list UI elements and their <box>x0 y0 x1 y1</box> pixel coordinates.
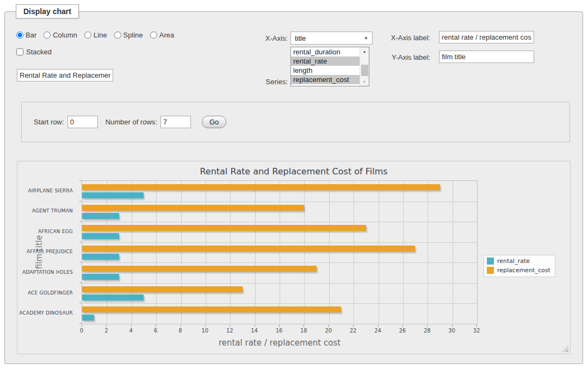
plot-area <box>82 180 478 324</box>
legend-label: rental_rate <box>497 258 530 265</box>
category-label: ACE GOLDFINGER <box>17 283 73 303</box>
chart-category-labels: AIRPLANE SIERRAAGENT TRUMANAFRICAN EGGAF… <box>17 180 77 324</box>
gridline-vertical <box>329 181 330 324</box>
x-tick-mark <box>205 325 206 327</box>
stacked-checkbox[interactable] <box>16 48 23 55</box>
chart-type-option-line[interactable]: Line <box>84 31 107 39</box>
x-tick-mark <box>230 325 230 327</box>
x-tick-label: 28 <box>416 328 438 334</box>
x-tick-label: 2 <box>95 328 117 334</box>
chart-title: Rental Rate and Replacement Cost of Film… <box>17 166 570 177</box>
chart-type-option-spline[interactable]: Spline <box>114 31 143 39</box>
stacked-option[interactable]: Stacked <box>16 48 52 56</box>
bar-rental_rate <box>82 213 119 219</box>
x-tick-mark <box>131 325 132 327</box>
gridline-horizontal <box>82 202 477 202</box>
start-row-label: Start row: <box>34 118 64 126</box>
gridline-horizontal <box>82 283 477 284</box>
bar-rental_rate <box>82 315 94 321</box>
y-axis-label-field-label: Y-Axis label: <box>365 53 430 61</box>
y-tick-mark <box>79 180 82 181</box>
gridline-horizontal <box>82 262 477 263</box>
x-tick-mark <box>181 325 181 327</box>
start-row-input[interactable] <box>67 116 98 128</box>
y-tick-mark <box>79 262 82 262</box>
chart-type-option-area[interactable]: Area <box>150 31 174 39</box>
chart-type-radio-label: Spline <box>123 31 143 39</box>
legend-swatch <box>487 267 494 274</box>
gridline-vertical <box>255 181 256 324</box>
x-axis-select[interactable]: title ▼ <box>290 32 373 45</box>
chart-title-input[interactable] <box>17 69 113 81</box>
series-option-rental_rate[interactable]: rental_rate <box>291 57 360 66</box>
gridline-vertical <box>453 181 453 324</box>
gridline-vertical <box>181 181 182 324</box>
page: Display chart BarColumnLineSplineArea St… <box>0 0 588 370</box>
x-tick-label: 0 <box>71 328 92 334</box>
num-rows-input[interactable] <box>160 116 191 128</box>
chart-type-radio-spline[interactable] <box>114 32 121 39</box>
chart-type-radio-label: Area <box>159 31 174 39</box>
bar-rental_rate <box>82 274 119 280</box>
x-axis-label-input[interactable] <box>439 31 534 43</box>
x-tick-mark <box>106 325 107 327</box>
x-tick-label: 10 <box>194 328 216 334</box>
chart-type-radio-label: Bar <box>26 31 36 39</box>
resize-handle-icon[interactable] <box>562 346 568 352</box>
legend-label: replacement_cost <box>497 267 550 274</box>
chart-type-radio-column[interactable] <box>44 32 51 39</box>
x-axis-select-label: X-Axis: <box>222 34 288 42</box>
chart-type-radio-bar[interactable] <box>16 32 23 39</box>
y-tick-mark <box>79 221 82 222</box>
chart-type-radio-line[interactable] <box>84 32 91 39</box>
scrollbar-thumb[interactable] <box>361 65 368 76</box>
chart-type-option-bar[interactable]: Bar <box>16 31 36 39</box>
gridline-vertical <box>379 181 379 324</box>
series-option-rental_duration[interactable]: rental_duration <box>291 47 360 57</box>
x-tick-label: 12 <box>219 328 240 334</box>
series-option-replacement_cost[interactable]: replacement_cost <box>291 75 360 84</box>
x-tick-label: 18 <box>293 328 314 334</box>
gridline-horizontal <box>82 222 477 222</box>
x-tick-label: 30 <box>441 328 463 334</box>
gridline-vertical <box>156 181 157 324</box>
stacked-label: Stacked <box>26 48 52 56</box>
series-options: rental_durationrental_ratelengthreplacem… <box>291 47 360 86</box>
y-tick-mark <box>79 323 82 324</box>
go-button[interactable]: Go <box>202 116 226 128</box>
chart-type-radio-area[interactable] <box>150 32 157 39</box>
x-tick-mark <box>427 325 428 327</box>
x-tick-mark <box>378 325 379 327</box>
series-option-length[interactable]: length <box>291 66 360 75</box>
category-label: AIRPLANE SIERRA <box>17 180 73 201</box>
scroll-down-icon[interactable]: ▼ <box>360 78 369 86</box>
row-range-box: Start row: Number of rows: Go <box>21 102 570 142</box>
x-tick-label: 24 <box>367 328 389 334</box>
y-axis-label-input[interactable] <box>439 51 534 63</box>
category-label: AFFAIR PREJUDICE <box>17 242 73 262</box>
chart-type-option-column[interactable]: Column <box>44 31 77 39</box>
series-listbox[interactable]: rental_durationrental_ratelengthreplacem… <box>290 47 369 86</box>
gridline-vertical <box>428 181 428 324</box>
y-tick-mark <box>79 283 82 283</box>
num-rows-label: Number of rows: <box>106 118 157 126</box>
x-tick-label: 14 <box>244 328 265 334</box>
bar-replacement_cost <box>82 266 317 272</box>
gridline-horizontal <box>82 303 477 304</box>
gridline-vertical <box>206 181 206 324</box>
gridline-vertical <box>403 181 404 324</box>
bar-replacement_cost <box>82 184 440 190</box>
gridline-vertical <box>107 181 107 324</box>
x-tick-mark <box>452 325 453 327</box>
x-tick-mark <box>279 325 280 327</box>
bar-rental_rate <box>82 192 144 198</box>
x-tick-label: 26 <box>392 328 413 334</box>
y-tick-mark <box>79 242 82 242</box>
bar-rental_rate <box>82 254 119 260</box>
gridline-vertical <box>304 181 305 324</box>
category-label: ADAPTATION HOLES <box>17 262 73 283</box>
category-label: AFRICAN EGG <box>17 221 73 242</box>
chart-x-axis-title: rental rate / replacement cost <box>82 338 478 348</box>
chart-type-radio-label: Line <box>94 31 107 39</box>
x-tick-mark <box>329 325 329 327</box>
